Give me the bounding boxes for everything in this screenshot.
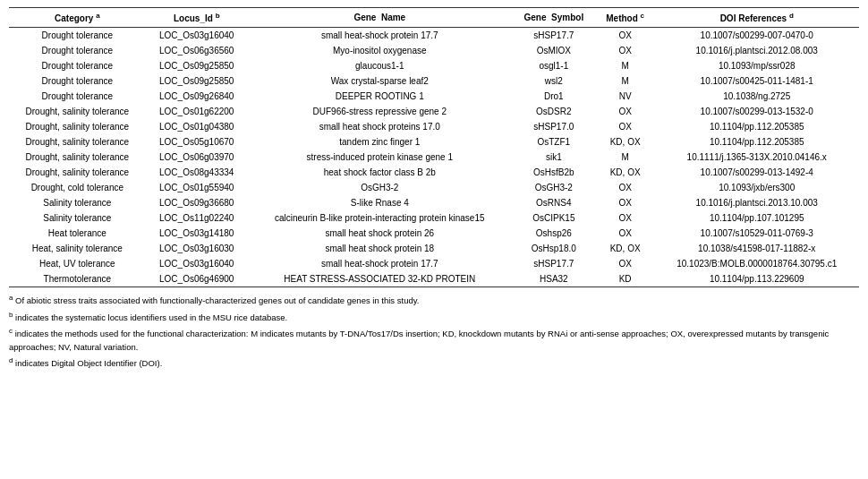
cell-gene: small heat shock proteins 17.0 xyxy=(248,119,512,134)
cell-category: Drought, cold tolerance xyxy=(9,180,146,195)
cell-method: KD xyxy=(596,271,655,287)
cell-gene: Wax crystal-sparse leaf2 xyxy=(248,73,512,89)
cell-method: OX xyxy=(596,28,655,44)
cell-doi: 10.1038/s41598-017-11882-x xyxy=(654,241,859,256)
cell-doi: 10.1104/pp.113.229609 xyxy=(654,271,859,287)
cell-gene: calcineurin B-like protein-interacting p… xyxy=(248,210,512,226)
cell-gene: Myo-inositol oxygenase xyxy=(248,43,512,58)
cell-doi: 10.1007/s00425-011-1481-1 xyxy=(654,73,859,89)
cell-locus: LOC_Os09g26840 xyxy=(146,89,248,104)
cell-method: M xyxy=(596,58,655,73)
cell-symbol: OsTZF1 xyxy=(512,134,596,150)
cell-doi: 10.1104/pp.107.101295 xyxy=(654,210,859,226)
header-method: Method c xyxy=(596,8,655,28)
cell-symbol: OsMIOX xyxy=(512,43,596,58)
cell-method: M xyxy=(596,73,655,89)
data-table: Category a Locus_Id b Gene Name Gene Sym… xyxy=(9,7,859,287)
cell-symbol: Dro1 xyxy=(512,89,596,104)
cell-doi: 10.1016/j.plantsci.2012.08.003 xyxy=(654,43,859,58)
table-header-row: Category a Locus_Id b Gene Name Gene Sym… xyxy=(9,8,859,28)
cell-method: OX xyxy=(596,180,655,195)
cell-symbol: sHSP17.7 xyxy=(512,256,596,271)
cell-gene: tandem zinc finger 1 xyxy=(248,134,512,150)
table-row: Heat toleranceLOC_Os03g14180small heat s… xyxy=(9,226,859,241)
table-row: Drought, salinity toleranceLOC_Os08g4333… xyxy=(9,165,859,180)
cell-method: M xyxy=(596,150,655,165)
cell-locus: LOC_Os03g16030 xyxy=(146,241,248,256)
cell-gene: small heat shock protein 18 xyxy=(248,241,512,256)
footnote: b indicates the systematic locus identif… xyxy=(9,310,859,324)
footnotes: a Of abiotic stress traits associated wi… xyxy=(9,293,859,370)
header-category: Category a xyxy=(9,8,146,28)
cell-doi: 10.1007/s10529-011-0769-3 xyxy=(654,226,859,241)
cell-locus: LOC_Os06g36560 xyxy=(146,43,248,58)
cell-category: Drought, salinity tolerance xyxy=(9,150,146,165)
cell-category: Salinity tolerance xyxy=(9,195,146,210)
cell-category: Thermotolerance xyxy=(9,271,146,287)
table-row: Drought, salinity toleranceLOC_Os06g0397… xyxy=(9,150,859,165)
table-row: Drought, cold toleranceLOC_Os01g55940OsG… xyxy=(9,180,859,195)
cell-method: OX xyxy=(596,195,655,210)
cell-category: Drought tolerance xyxy=(9,73,146,89)
cell-symbol: OsHsp18.0 xyxy=(512,241,596,256)
cell-doi: 10.1007/s00299-013-1532-0 xyxy=(654,104,859,119)
cell-locus: LOC_Os06g46900 xyxy=(146,271,248,287)
cell-locus: LOC_Os01g55940 xyxy=(146,180,248,195)
cell-category: Heat, salinity tolerance xyxy=(9,241,146,256)
header-locus: Locus_Id b xyxy=(146,8,248,28)
cell-symbol: sHSP17.0 xyxy=(512,119,596,134)
cell-gene: S-like Rnase 4 xyxy=(248,195,512,210)
cell-locus: LOC_Os08g43334 xyxy=(146,165,248,180)
cell-symbol: OsDSR2 xyxy=(512,104,596,119)
cell-method: OX xyxy=(596,43,655,58)
cell-symbol: OsGH3-2 xyxy=(512,180,596,195)
cell-category: Drought, salinity tolerance xyxy=(9,134,146,150)
cell-gene: glaucous1-1 xyxy=(248,58,512,73)
cell-category: Drought tolerance xyxy=(9,58,146,73)
table-row: Drought toleranceLOC_Os09g25850glaucous1… xyxy=(9,58,859,73)
table-row: Drought toleranceLOC_Os09g25850Wax cryst… xyxy=(9,73,859,89)
cell-locus: LOC_Os11g02240 xyxy=(146,210,248,226)
cell-symbol: HSA32 xyxy=(512,271,596,287)
cell-category: Drought tolerance xyxy=(9,28,146,44)
cell-category: Heat tolerance xyxy=(9,226,146,241)
cell-method: OX xyxy=(596,104,655,119)
header-gene: Gene Name xyxy=(248,8,512,28)
cell-category: Drought, salinity tolerance xyxy=(9,119,146,134)
footnote: a Of abiotic stress traits associated wi… xyxy=(9,293,859,307)
table-row: ThermotoleranceLOC_Os06g46900HEAT STRESS… xyxy=(9,271,859,287)
cell-method: KD, OX xyxy=(596,241,655,256)
cell-category: Heat, UV tolerance xyxy=(9,256,146,271)
table-row: Salinity toleranceLOC_Os11g02240calcineu… xyxy=(9,210,859,226)
cell-locus: LOC_Os09g25850 xyxy=(146,73,248,89)
cell-doi: 10.1093/mp/ssr028 xyxy=(654,58,859,73)
cell-doi: 10.1104/pp.112.205385 xyxy=(654,119,859,134)
table-row: Drought, salinity toleranceLOC_Os01g6220… xyxy=(9,104,859,119)
cell-gene: OsGH3-2 xyxy=(248,180,512,195)
cell-category: Drought tolerance xyxy=(9,89,146,104)
cell-symbol: sHSP17.7 xyxy=(512,28,596,44)
table-row: Drought toleranceLOC_Os06g36560Myo-inosi… xyxy=(9,43,859,58)
cell-method: NV xyxy=(596,89,655,104)
cell-locus: LOC_Os01g04380 xyxy=(146,119,248,134)
cell-symbol: Oshsp26 xyxy=(512,226,596,241)
cell-gene: HEAT STRESS-ASSOCIATED 32-KD PROTEIN xyxy=(248,271,512,287)
cell-doi: 10.1111/j.1365-313X.2010.04146.x xyxy=(654,150,859,165)
cell-symbol: osgl1-1 xyxy=(512,58,596,73)
cell-symbol: wsl2 xyxy=(512,73,596,89)
cell-doi: 10.1038/ng.2725 xyxy=(654,89,859,104)
cell-symbol: sik1 xyxy=(512,150,596,165)
cell-locus: LOC_Os09g36680 xyxy=(146,195,248,210)
cell-gene: DEEPER ROOTING 1 xyxy=(248,89,512,104)
cell-gene: stress-induced protein kinase gene 1 xyxy=(248,150,512,165)
table-row: Drought, salinity toleranceLOC_Os01g0438… xyxy=(9,119,859,134)
cell-symbol: OsCIPK15 xyxy=(512,210,596,226)
cell-locus: LOC_Os03g16040 xyxy=(146,28,248,44)
cell-method: KD, OX xyxy=(596,134,655,150)
header-symbol: Gene Symbol xyxy=(512,8,596,28)
cell-locus: LOC_Os03g14180 xyxy=(146,226,248,241)
cell-locus: LOC_Os03g16040 xyxy=(146,256,248,271)
cell-gene: small heat-shock protein 17.7 xyxy=(248,256,512,271)
table-row: Heat, UV toleranceLOC_Os03g16040small he… xyxy=(9,256,859,271)
cell-locus: LOC_Os01g62200 xyxy=(146,104,248,119)
